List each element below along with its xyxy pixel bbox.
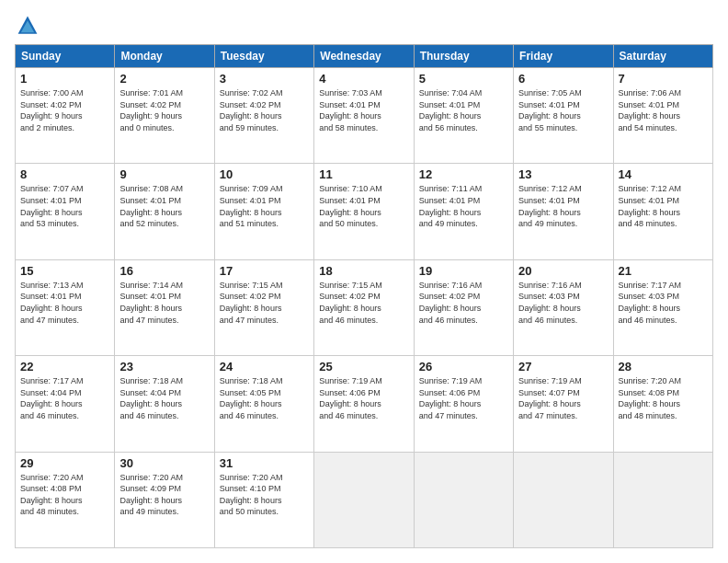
day-number: 8 <box>20 167 109 181</box>
cell-text: Sunrise: 7:17 AMSunset: 4:04 PMDaylight:… <box>20 375 109 421</box>
weekday-header-thursday: Thursday <box>414 45 513 68</box>
weekday-header-row: SundayMondayTuesdayWednesdayThursdayFrid… <box>16 45 713 68</box>
cell-text: Sunrise: 7:16 AMSunset: 4:03 PMDaylight:… <box>518 280 608 326</box>
calendar-cell: 8Sunrise: 7:07 AMSunset: 4:01 PMDaylight… <box>16 164 115 259</box>
cell-text: Sunrise: 7:12 AMSunset: 4:01 PMDaylight:… <box>619 183 708 229</box>
cell-text: Sunrise: 7:18 AMSunset: 4:05 PMDaylight:… <box>220 375 309 421</box>
weekday-header-tuesday: Tuesday <box>214 45 313 68</box>
logo <box>15 15 39 37</box>
cell-text: Sunrise: 7:19 AMSunset: 4:07 PMDaylight:… <box>518 375 608 421</box>
calendar-cell: 6Sunrise: 7:05 AMSunset: 4:01 PMDaylight… <box>514 68 613 164</box>
calendar-cell: 3Sunrise: 7:02 AMSunset: 4:02 PMDaylight… <box>214 68 313 164</box>
cell-text: Sunrise: 7:14 AMSunset: 4:01 PMDaylight:… <box>119 280 209 326</box>
cell-text: Sunrise: 7:12 AMSunset: 4:01 PMDaylight:… <box>518 183 608 229</box>
calendar-cell: 1Sunrise: 7:00 AMSunset: 4:02 PMDaylight… <box>16 68 115 164</box>
week-row-4: 22Sunrise: 7:17 AMSunset: 4:04 PMDayligh… <box>16 356 713 452</box>
cell-text: Sunrise: 7:03 AMSunset: 4:01 PMDaylight:… <box>319 87 408 133</box>
day-number: 3 <box>220 72 309 86</box>
day-number: 7 <box>619 72 708 86</box>
cell-text: Sunrise: 7:20 AMSunset: 4:10 PMDaylight:… <box>220 472 309 518</box>
day-number: 30 <box>119 456 209 470</box>
cell-text: Sunrise: 7:05 AMSunset: 4:01 PMDaylight:… <box>518 87 608 133</box>
calendar-cell: 24Sunrise: 7:18 AMSunset: 4:05 PMDayligh… <box>214 356 313 452</box>
weekday-header-wednesday: Wednesday <box>314 45 414 68</box>
day-number: 22 <box>20 360 109 373</box>
calendar-cell: 17Sunrise: 7:15 AMSunset: 4:02 PMDayligh… <box>214 259 313 355</box>
day-number: 29 <box>20 456 109 470</box>
weekday-header-monday: Monday <box>115 45 214 68</box>
cell-text: Sunrise: 7:13 AMSunset: 4:01 PMDaylight:… <box>20 280 109 326</box>
calendar-cell: 25Sunrise: 7:19 AMSunset: 4:06 PMDayligh… <box>314 356 414 452</box>
calendar-page: SundayMondayTuesdayWednesdayThursdayFrid… <box>0 0 728 563</box>
day-number: 15 <box>20 264 109 278</box>
calendar-cell: 28Sunrise: 7:20 AMSunset: 4:08 PMDayligh… <box>613 356 712 452</box>
calendar-cell: 11Sunrise: 7:10 AMSunset: 4:01 PMDayligh… <box>314 164 414 259</box>
cell-text: Sunrise: 7:04 AMSunset: 4:01 PMDaylight:… <box>419 87 508 133</box>
week-row-2: 8Sunrise: 7:07 AMSunset: 4:01 PMDaylight… <box>16 164 713 259</box>
day-number: 20 <box>518 264 608 278</box>
day-number: 23 <box>119 360 209 373</box>
cell-text: Sunrise: 7:20 AMSunset: 4:09 PMDaylight:… <box>119 472 209 518</box>
day-number: 5 <box>419 72 508 86</box>
day-number: 19 <box>419 264 508 278</box>
header <box>15 15 713 37</box>
cell-text: Sunrise: 7:11 AMSunset: 4:01 PMDaylight:… <box>419 183 508 229</box>
calendar-cell: 15Sunrise: 7:13 AMSunset: 4:01 PMDayligh… <box>16 259 115 355</box>
day-number: 17 <box>220 264 309 278</box>
day-number: 21 <box>619 264 708 278</box>
cell-text: Sunrise: 7:08 AMSunset: 4:01 PMDaylight:… <box>119 183 209 229</box>
day-number: 1 <box>20 72 109 86</box>
calendar-cell: 23Sunrise: 7:18 AMSunset: 4:04 PMDayligh… <box>115 356 214 452</box>
day-number: 13 <box>518 167 608 181</box>
day-number: 27 <box>518 360 608 373</box>
logo-icon <box>17 15 39 37</box>
calendar-cell <box>514 452 613 547</box>
calendar-cell <box>613 452 712 547</box>
day-number: 18 <box>319 264 408 278</box>
cell-text: Sunrise: 7:10 AMSunset: 4:01 PMDaylight:… <box>319 183 408 229</box>
cell-text: Sunrise: 7:19 AMSunset: 4:06 PMDaylight:… <box>419 375 508 421</box>
calendar-cell: 7Sunrise: 7:06 AMSunset: 4:01 PMDaylight… <box>613 68 712 164</box>
cell-text: Sunrise: 7:20 AMSunset: 4:08 PMDaylight:… <box>20 472 109 518</box>
cell-text: Sunrise: 7:15 AMSunset: 4:02 PMDaylight:… <box>319 280 408 326</box>
calendar-cell: 10Sunrise: 7:09 AMSunset: 4:01 PMDayligh… <box>214 164 313 259</box>
calendar-cell: 13Sunrise: 7:12 AMSunset: 4:01 PMDayligh… <box>514 164 613 259</box>
cell-text: Sunrise: 7:09 AMSunset: 4:01 PMDaylight:… <box>220 183 309 229</box>
calendar-cell: 31Sunrise: 7:20 AMSunset: 4:10 PMDayligh… <box>214 452 313 547</box>
cell-text: Sunrise: 7:06 AMSunset: 4:01 PMDaylight:… <box>619 87 708 133</box>
calendar-cell: 20Sunrise: 7:16 AMSunset: 4:03 PMDayligh… <box>514 259 613 355</box>
calendar-cell: 2Sunrise: 7:01 AMSunset: 4:02 PMDaylight… <box>115 68 214 164</box>
calendar-cell: 16Sunrise: 7:14 AMSunset: 4:01 PMDayligh… <box>115 259 214 355</box>
calendar-cell: 12Sunrise: 7:11 AMSunset: 4:01 PMDayligh… <box>414 164 513 259</box>
day-number: 11 <box>319 167 408 181</box>
cell-text: Sunrise: 7:15 AMSunset: 4:02 PMDaylight:… <box>220 280 309 326</box>
day-number: 14 <box>619 167 708 181</box>
calendar-cell: 9Sunrise: 7:08 AMSunset: 4:01 PMDaylight… <box>115 164 214 259</box>
calendar-cell: 22Sunrise: 7:17 AMSunset: 4:04 PMDayligh… <box>16 356 115 452</box>
weekday-header-saturday: Saturday <box>613 45 712 68</box>
cell-text: Sunrise: 7:17 AMSunset: 4:03 PMDaylight:… <box>619 280 708 326</box>
calendar-cell: 18Sunrise: 7:15 AMSunset: 4:02 PMDayligh… <box>314 259 414 355</box>
cell-text: Sunrise: 7:07 AMSunset: 4:01 PMDaylight:… <box>20 183 109 229</box>
week-row-3: 15Sunrise: 7:13 AMSunset: 4:01 PMDayligh… <box>16 259 713 355</box>
calendar-cell: 5Sunrise: 7:04 AMSunset: 4:01 PMDaylight… <box>414 68 513 164</box>
calendar-cell: 21Sunrise: 7:17 AMSunset: 4:03 PMDayligh… <box>613 259 712 355</box>
week-row-5: 29Sunrise: 7:20 AMSunset: 4:08 PMDayligh… <box>16 452 713 547</box>
day-number: 12 <box>419 167 508 181</box>
cell-text: Sunrise: 7:16 AMSunset: 4:02 PMDaylight:… <box>419 280 508 326</box>
day-number: 2 <box>119 72 209 86</box>
day-number: 16 <box>119 264 209 278</box>
calendar-cell <box>414 452 513 547</box>
calendar-cell: 26Sunrise: 7:19 AMSunset: 4:06 PMDayligh… <box>414 356 513 452</box>
weekday-header-friday: Friday <box>514 45 613 68</box>
calendar-cell <box>314 452 414 547</box>
cell-text: Sunrise: 7:01 AMSunset: 4:02 PMDaylight:… <box>119 87 209 133</box>
calendar-table: SundayMondayTuesdayWednesdayThursdayFrid… <box>15 44 713 548</box>
weekday-header-sunday: Sunday <box>16 45 115 68</box>
day-number: 9 <box>119 167 209 181</box>
calendar-cell: 4Sunrise: 7:03 AMSunset: 4:01 PMDaylight… <box>314 68 414 164</box>
day-number: 4 <box>319 72 408 86</box>
calendar-cell: 27Sunrise: 7:19 AMSunset: 4:07 PMDayligh… <box>514 356 613 452</box>
calendar-cell: 14Sunrise: 7:12 AMSunset: 4:01 PMDayligh… <box>613 164 712 259</box>
calendar-cell: 30Sunrise: 7:20 AMSunset: 4:09 PMDayligh… <box>115 452 214 547</box>
